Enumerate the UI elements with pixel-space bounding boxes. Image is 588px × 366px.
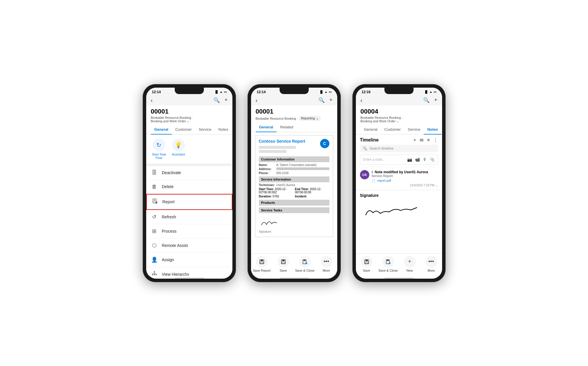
duration-value: 5760 <box>273 195 279 198</box>
assistant-label: Assistant <box>172 153 185 156</box>
tab-general[interactable]: General <box>151 125 172 135</box>
tab-related[interactable]: Related <box>277 123 297 132</box>
task-flow-label: Start TaskFlow <box>152 153 166 160</box>
phone2: 12:14 ▐▌ ▲ ▭ ‹ 🔍 + 00 <box>248 84 341 282</box>
phone1-record-number: 00001 <box>151 108 228 115</box>
hierarchy-icon <box>151 271 158 276</box>
notch2 <box>280 88 309 94</box>
timeline-list-icon[interactable]: ≡ <box>427 137 430 143</box>
video-icon[interactable]: 📹 <box>415 157 420 162</box>
phone1-status-icons: ▐▌ ▲ ▭ <box>214 90 226 93</box>
timeline-filter-icon[interactable]: ✉ <box>420 137 423 143</box>
attach-icon[interactable]: 📎 <box>430 157 435 162</box>
timeline-more-icon[interactable]: ⋮ <box>433 137 438 143</box>
phone-label: Phone: <box>259 171 276 175</box>
menu-delete[interactable]: 🗑 Delete <box>146 180 232 194</box>
note-timestamp: 12/4/2020 7:28 PM ⌄ <box>372 184 438 187</box>
remote-assist-label: Remote Assist <box>162 243 188 248</box>
phone1-back-label[interactable]: ‹ <box>151 97 153 104</box>
save-btn2[interactable]: Save <box>273 256 294 272</box>
signal-icon3: ▐▌ <box>424 90 428 93</box>
more-icon2: ••• <box>321 256 332 268</box>
camera-icon[interactable]: 📷 <box>407 157 412 162</box>
timeline-search[interactable]: 🔍 Search timeline <box>360 145 438 152</box>
phone1-menu-area: ↻ Start TaskFlow 💡 Assistant 🗄 Deactivat… <box>146 135 232 276</box>
signature-section <box>356 202 442 222</box>
phone3: 12:16 ▐▌ ▲ ▭ ‹ 🔍 + 00 <box>352 84 446 282</box>
assistant-icon: 💡 <box>172 139 185 151</box>
menu-deactivate[interactable]: 🗄 Deactivate <box>146 166 232 180</box>
tab-notes3[interactable]: Notes <box>424 125 441 135</box>
note-placeholder: Enter a note... <box>363 158 385 162</box>
tab-service3[interactable]: Service <box>404 125 424 135</box>
signature-area: Signature <box>259 217 329 233</box>
menu-view-hierarchy[interactable]: View Hierarchy <box>146 267 232 276</box>
phone3-record-number: 00004 <box>361 108 437 115</box>
save-btn3[interactable]: Save <box>356 256 377 272</box>
save-label2: Save <box>280 269 287 272</box>
timeline-search-placeholder: Search timeline <box>370 146 394 151</box>
tab-general3[interactable]: General <box>361 125 381 135</box>
big-signature <box>360 202 438 219</box>
mic-icon[interactable]: 🎙 <box>423 157 427 162</box>
phone2-add-icon[interactable]: + <box>329 97 333 103</box>
phone3-add-icon[interactable]: + <box>434 97 437 103</box>
phone1-nav-actions: 🔍 + <box>213 97 228 103</box>
note-input[interactable]: Enter a note... 📷 📹 🎙 📎 <box>360 155 438 165</box>
notch <box>175 88 204 94</box>
assistant-button[interactable]: 💡 Assistant <box>172 139 185 160</box>
save-close-icon3 <box>382 256 394 268</box>
phone2-nav-actions: 🔍 + <box>318 97 333 103</box>
note-attachment[interactable]: 📄 report.pdf <box>372 179 438 183</box>
phone2-search-icon[interactable]: 🔍 <box>318 97 325 103</box>
phone1-add-icon[interactable]: + <box>225 97 228 103</box>
phone1-search-icon[interactable]: 🔍 <box>213 97 220 103</box>
reporting-badge[interactable]: Reporting ⌄ <box>299 116 321 121</box>
signature-label: Signature <box>259 230 329 233</box>
timeline-title: Timeline <box>360 137 379 143</box>
user-avatar: UA <box>360 170 369 179</box>
address-label: Address: <box>259 167 276 171</box>
save-report-btn[interactable]: Save Report <box>251 256 273 272</box>
menu-process[interactable]: ⊞ Process <box>146 224 232 238</box>
save-close-btn2[interactable]: Save & Close <box>294 256 316 272</box>
new-btn[interactable]: + New <box>399 256 421 272</box>
timeline-add-icon[interactable]: + <box>414 137 416 143</box>
report-logo: C <box>320 139 329 148</box>
new-icon: + <box>404 256 416 268</box>
save-close-btn3[interactable]: Save & Close <box>377 256 399 272</box>
phone2-time: 12:14 <box>257 90 266 94</box>
svg-rect-7 <box>152 274 153 275</box>
menu-report[interactable]: Report <box>146 194 232 210</box>
menu-assign[interactable]: 👤 Assign <box>146 253 232 267</box>
phone3-tabs: General Customer Service Notes <box>356 125 442 135</box>
tab-general2[interactable]: General <box>256 123 277 132</box>
customer-section-title: Customer Information <box>259 156 329 162</box>
more-btn3[interactable]: ••• More <box>421 256 442 272</box>
expand-icon[interactable]: ⌄ <box>436 184 438 187</box>
tab-customer3[interactable]: Customer <box>381 125 404 135</box>
save-report-icon <box>256 256 268 268</box>
phone2-back[interactable]: ‹ <box>256 97 258 104</box>
name-label: Name: <box>259 163 276 167</box>
phone1-wrapper: 12:14 ▐▌ ▲ ▭ ‹ 🔍 + 00 <box>143 84 236 282</box>
note-body: ⁞ Note modified by User01 Aurora Service… <box>372 170 438 187</box>
pdf-icon: 📄 <box>372 179 376 183</box>
more-btn2[interactable]: ••• More <box>316 256 337 272</box>
assign-label: Assign <box>162 257 174 262</box>
phone2-tabs: General Related <box>251 123 337 132</box>
start-task-flow-button[interactable]: ↻ Start TaskFlow <box>152 139 166 160</box>
tab-notes[interactable]: Notes <box>215 125 232 135</box>
note-input-icons: 📷 📹 🎙 📎 <box>407 157 435 162</box>
menu-refresh[interactable]: ↺ Refresh <box>146 210 232 224</box>
phone2-screen: 12:14 ▐▌ ▲ ▭ ‹ 🔍 + 00 <box>251 88 337 279</box>
phone3-search-icon[interactable]: 🔍 <box>423 97 430 103</box>
phone2-record-header: 00001 Bookable Resource Booking · Report… <box>251 105 337 123</box>
home-indicator <box>175 277 204 279</box>
tab-service[interactable]: Service <box>195 125 215 135</box>
home-indicator2 <box>280 277 309 279</box>
tab-customer[interactable]: Customer <box>172 125 195 135</box>
phone3-back[interactable]: ‹ <box>361 97 363 104</box>
menu-remote-assist[interactable]: ⬡ Remote Assist <box>146 238 232 253</box>
attachment-link: report.pdf <box>377 179 391 182</box>
